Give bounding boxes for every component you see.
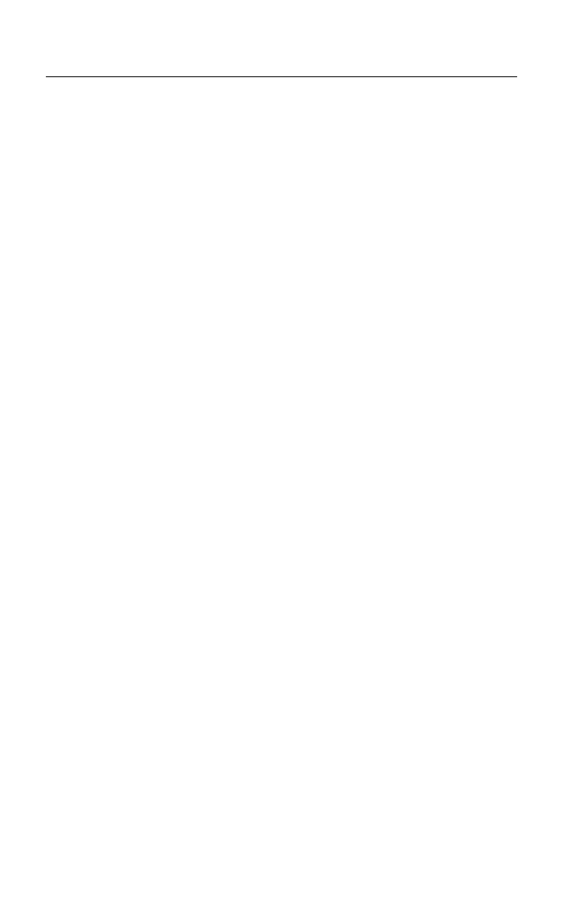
section-rule [46, 76, 517, 77]
manual-page [0, 0, 563, 924]
